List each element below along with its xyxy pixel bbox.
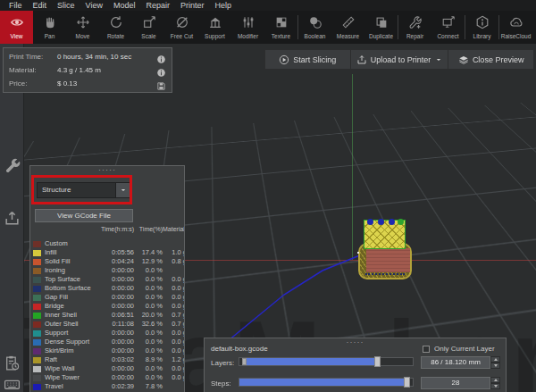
menu-printer[interactable]: Printer — [175, 0, 210, 11]
scale-icon — [142, 15, 156, 32]
toolbar-raisecloud-button[interactable]: RaiseCloud — [499, 11, 532, 44]
structure-name: Infill — [45, 248, 98, 256]
upload-to-printer-button[interactable]: Upload to Printer — [350, 50, 448, 69]
toolbar-connect-button[interactable]: Connect — [431, 11, 465, 44]
play-icon — [279, 54, 289, 64]
free-cut-icon — [175, 15, 189, 32]
chevron-down-icon — [435, 56, 442, 63]
structure-name: Inner Shell — [45, 311, 98, 319]
only-current-layer-checkbox[interactable] — [423, 346, 430, 353]
toolbar-support-button[interactable]: Support — [198, 11, 231, 44]
start-slicing-button[interactable]: Start Slicing — [265, 50, 350, 69]
steps-slider[interactable] — [239, 378, 414, 387]
upload-to-printer-label: Upload to Printer — [371, 55, 431, 64]
structure-dropdown-value: Structure — [38, 183, 115, 197]
export-icon[interactable] — [4, 210, 21, 227]
close-preview-button[interactable]: Close Preview — [448, 50, 533, 69]
structure-time: 0:02:39 — [98, 382, 134, 390]
steps-spinner-down[interactable] — [490, 383, 500, 389]
menu-model[interactable]: Model — [108, 0, 141, 11]
clipboard-icon[interactable] — [4, 354, 21, 371]
dense-support-dot — [389, 219, 395, 225]
toolbar-free-cut-button[interactable]: Free Cut — [165, 11, 198, 44]
toolbar-modifier-button[interactable]: Modifier — [231, 11, 264, 44]
only-current-layer-toggle[interactable]: Only Current Layer — [423, 345, 495, 353]
toolbar-repair-button[interactable]: Repair — [398, 11, 431, 44]
toolbar-scale-button[interactable]: Scale — [132, 11, 165, 44]
menu-view[interactable]: View — [80, 0, 108, 11]
structure-name: Ironing — [45, 266, 98, 274]
layers-spinner-up[interactable] — [490, 356, 500, 363]
structure-name: Wipe Tower — [45, 373, 98, 381]
model-solid-walls — [366, 248, 410, 272]
menu-slice[interactable]: Slice — [52, 0, 80, 11]
info-icon[interactable] — [156, 65, 166, 75]
ideamaker-app: FileEditSliceViewModelRepairPrinterHelp … — [0, 0, 536, 392]
save-icon[interactable] — [156, 79, 166, 88]
summary-row-material: Material:4.3 g / 1.45 m — [9, 64, 166, 77]
structure-name: Raft — [45, 355, 98, 363]
toolbar-boolean-button[interactable]: Boolean — [298, 11, 331, 44]
menu-repair[interactable]: Repair — [140, 0, 175, 11]
structure-time-pct: 0.0 % — [134, 364, 163, 372]
menu-help[interactable]: Help — [209, 0, 237, 11]
steps-value-box[interactable]: 28 — [421, 377, 490, 389]
structure-panel: ····· Structure View GCode File Time(h:m… — [29, 165, 185, 392]
structure-name: Wipe Wall — [45, 364, 98, 372]
menu-file[interactable]: File — [4, 0, 28, 11]
menu-edit[interactable]: Edit — [28, 0, 53, 11]
toolbar-label: Texture — [272, 33, 290, 39]
structure-time: 0:00:00 — [98, 373, 134, 381]
structure-time-pct: 20.0 % — [134, 311, 163, 319]
toolbar-label: Measure — [337, 33, 359, 39]
summary-row-print-time: Print Time:0 hours, 34 min, 10 sec — [9, 51, 166, 63]
wrench-icon[interactable] — [4, 156, 21, 173]
toolbar-label: Repair — [406, 33, 423, 39]
structure-material: 1.2 g — [163, 355, 185, 363]
steps-slider-handle[interactable] — [404, 377, 410, 388]
chevron-down-icon[interactable] — [115, 183, 130, 197]
structure-time: 0:03:02 — [98, 355, 134, 363]
structure-material: 0.0 g — [163, 284, 185, 292]
toolbar-view-button[interactable]: View — [0, 11, 33, 44]
structure-name: Outer Shell — [45, 320, 98, 328]
layers-value-box[interactable]: 86 / 18.120 mm — [421, 356, 490, 369]
toolbar-texture-button[interactable]: Texture — [264, 11, 297, 44]
toolbar-duplicate-button[interactable]: Duplicate — [364, 11, 398, 44]
toolbar-move-button[interactable]: Move — [66, 11, 99, 44]
info-icon[interactable] — [156, 52, 166, 62]
structure-time-pct: 8.9 % — [134, 355, 163, 363]
steps-spinner-up[interactable] — [490, 377, 500, 383]
structure-row-custom[interactable]: Custom — [33, 235, 183, 244]
toolbar-library-button[interactable]: Library — [465, 11, 498, 44]
panel-drag-handle[interactable]: ····· — [30, 166, 184, 174]
main-toolbar: ViewPanMoveRotateScaleFree CutSupportMod… — [0, 11, 536, 44]
structure-time-pct: 0.0 % — [134, 338, 163, 346]
steps-spinner — [490, 377, 500, 389]
toolbar-measure-button[interactable]: Measure — [331, 11, 364, 44]
layers-slider-handle[interactable] — [374, 356, 381, 367]
structure-time: 0:00:00 — [98, 346, 134, 354]
structure-material: 0.0 g — [163, 338, 185, 346]
view-gcode-button[interactable]: View GCode File — [35, 209, 133, 222]
col-material: Material(g) — [163, 226, 185, 232]
layers-slider-min-handle[interactable] — [242, 358, 247, 365]
print-summary-panel: Print Time:0 hours, 34 min, 10 secMateri… — [3, 47, 172, 93]
col-time-pct: Time(%) — [134, 226, 163, 232]
structure-name: Dense Support — [45, 338, 98, 346]
layers-slider[interactable] — [239, 357, 414, 366]
layers-spinner-down[interactable] — [490, 363, 500, 369]
dense-support-dot — [378, 219, 384, 225]
gcode-filename: default-box.gcode — [211, 345, 268, 353]
keyboard-icon[interactable] — [4, 376, 21, 392]
layer-panel: ····· default-box.gcode Only Current Lay… — [204, 338, 507, 392]
sliced-model-preview[interactable] — [356, 219, 418, 283]
measure-icon — [341, 15, 356, 32]
only-current-layer-label: Only Current Layer — [434, 345, 495, 353]
toolbar-rotate-button[interactable]: Rotate — [99, 11, 132, 44]
toolbar-pan-button[interactable]: Pan — [33, 11, 66, 44]
toolbar-label: Library — [473, 33, 491, 39]
structure-material: 0.0 g — [163, 302, 185, 310]
toolbar-label: Rotate — [107, 33, 124, 39]
structure-dropdown[interactable]: Structure — [37, 182, 130, 198]
